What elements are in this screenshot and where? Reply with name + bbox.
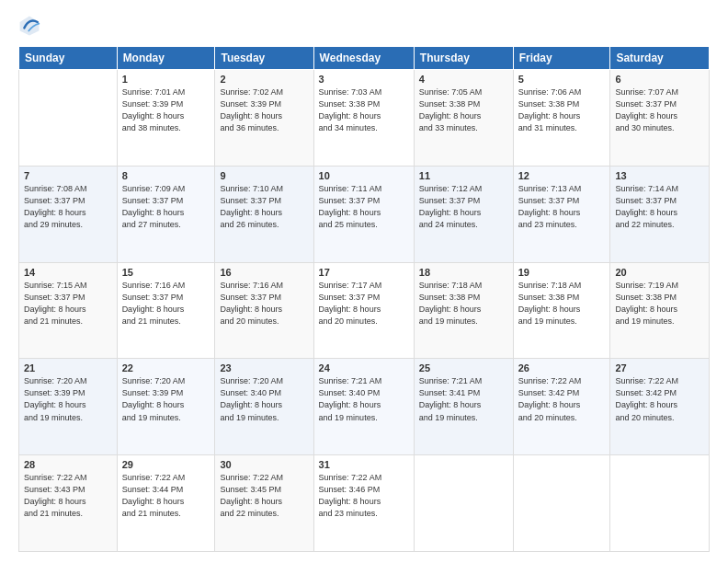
weekday-header-wednesday: Wednesday bbox=[313, 47, 414, 70]
day-number: 1 bbox=[122, 74, 210, 85]
day-number: 7 bbox=[24, 170, 112, 181]
weekday-header-thursday: Thursday bbox=[414, 47, 513, 70]
day-info: Sunrise: 7:22 AMSunset: 3:44 PMDaylight:… bbox=[122, 472, 210, 520]
day-info: Sunrise: 7:20 AMSunset: 3:40 PMDaylight:… bbox=[220, 375, 308, 423]
calendar-cell: 24Sunrise: 7:21 AMSunset: 3:40 PMDayligh… bbox=[313, 359, 414, 455]
day-number: 13 bbox=[615, 170, 704, 181]
day-number: 30 bbox=[220, 459, 308, 470]
day-info: Sunrise: 7:02 AMSunset: 3:39 PMDaylight:… bbox=[220, 86, 308, 134]
day-number: 21 bbox=[24, 362, 112, 373]
logo bbox=[18, 15, 42, 37]
day-number: 22 bbox=[122, 362, 210, 373]
day-number: 8 bbox=[122, 170, 210, 181]
calendar-cell bbox=[610, 455, 710, 552]
calendar-cell: 21Sunrise: 7:20 AMSunset: 3:39 PMDayligh… bbox=[19, 359, 118, 455]
day-info: Sunrise: 7:21 AMSunset: 3:40 PMDaylight:… bbox=[319, 375, 409, 423]
calendar-cell: 1Sunrise: 7:01 AMSunset: 3:39 PMDaylight… bbox=[117, 70, 215, 167]
day-info: Sunrise: 7:06 AMSunset: 3:38 PMDaylight:… bbox=[518, 86, 606, 134]
day-info: Sunrise: 7:10 AMSunset: 3:37 PMDaylight:… bbox=[220, 183, 308, 231]
day-number: 19 bbox=[518, 267, 606, 278]
logo-icon bbox=[18, 15, 40, 37]
calendar-cell: 8Sunrise: 7:09 AMSunset: 3:37 PMDaylight… bbox=[117, 166, 215, 262]
calendar-cell: 27Sunrise: 7:22 AMSunset: 3:42 PMDayligh… bbox=[610, 359, 710, 455]
calendar-cell: 11Sunrise: 7:12 AMSunset: 3:37 PMDayligh… bbox=[414, 166, 513, 262]
calendar-cell: 4Sunrise: 7:05 AMSunset: 3:38 PMDaylight… bbox=[414, 70, 513, 167]
calendar-week-row: 28Sunrise: 7:22 AMSunset: 3:43 PMDayligh… bbox=[19, 455, 710, 552]
day-info: Sunrise: 7:22 AMSunset: 3:42 PMDaylight:… bbox=[615, 375, 704, 423]
day-info: Sunrise: 7:11 AMSunset: 3:37 PMDaylight:… bbox=[319, 183, 409, 231]
weekday-row: SundayMondayTuesdayWednesdayThursdayFrid… bbox=[19, 47, 710, 70]
calendar-cell: 28Sunrise: 7:22 AMSunset: 3:43 PMDayligh… bbox=[19, 455, 118, 552]
calendar-cell bbox=[19, 70, 118, 167]
calendar-cell: 22Sunrise: 7:20 AMSunset: 3:39 PMDayligh… bbox=[117, 359, 215, 455]
day-info: Sunrise: 7:22 AMSunset: 3:45 PMDaylight:… bbox=[220, 472, 308, 520]
day-info: Sunrise: 7:15 AMSunset: 3:37 PMDaylight:… bbox=[24, 280, 112, 327]
weekday-header-friday: Friday bbox=[513, 47, 610, 70]
calendar-cell: 10Sunrise: 7:11 AMSunset: 3:37 PMDayligh… bbox=[313, 166, 414, 262]
day-number: 29 bbox=[122, 459, 210, 470]
day-number: 12 bbox=[518, 170, 606, 181]
calendar-cell: 15Sunrise: 7:16 AMSunset: 3:37 PMDayligh… bbox=[117, 262, 215, 359]
day-number: 24 bbox=[319, 362, 409, 373]
calendar-cell: 13Sunrise: 7:14 AMSunset: 3:37 PMDayligh… bbox=[610, 166, 710, 262]
calendar-cell: 5Sunrise: 7:06 AMSunset: 3:38 PMDaylight… bbox=[513, 70, 610, 167]
day-number: 6 bbox=[615, 74, 704, 85]
calendar-cell: 20Sunrise: 7:19 AMSunset: 3:38 PMDayligh… bbox=[610, 262, 710, 359]
calendar-body: 1Sunrise: 7:01 AMSunset: 3:39 PMDaylight… bbox=[19, 70, 710, 552]
calendar-table: SundayMondayTuesdayWednesdayThursdayFrid… bbox=[18, 46, 710, 552]
calendar-cell: 25Sunrise: 7:21 AMSunset: 3:41 PMDayligh… bbox=[414, 359, 513, 455]
day-number: 28 bbox=[24, 459, 112, 470]
day-info: Sunrise: 7:20 AMSunset: 3:39 PMDaylight:… bbox=[122, 375, 210, 423]
calendar-cell: 7Sunrise: 7:08 AMSunset: 3:37 PMDaylight… bbox=[19, 166, 118, 262]
calendar-cell bbox=[513, 455, 610, 552]
weekday-header-tuesday: Tuesday bbox=[215, 47, 313, 70]
calendar-cell: 2Sunrise: 7:02 AMSunset: 3:39 PMDaylight… bbox=[215, 70, 313, 167]
day-info: Sunrise: 7:18 AMSunset: 3:38 PMDaylight:… bbox=[518, 280, 606, 327]
day-info: Sunrise: 7:01 AMSunset: 3:39 PMDaylight:… bbox=[122, 86, 210, 134]
calendar-cell: 17Sunrise: 7:17 AMSunset: 3:37 PMDayligh… bbox=[313, 262, 414, 359]
calendar-week-row: 7Sunrise: 7:08 AMSunset: 3:37 PMDaylight… bbox=[19, 166, 710, 262]
day-number: 9 bbox=[220, 170, 308, 181]
day-info: Sunrise: 7:12 AMSunset: 3:37 PMDaylight:… bbox=[419, 183, 508, 231]
day-number: 26 bbox=[518, 362, 606, 373]
day-number: 4 bbox=[419, 74, 508, 85]
day-number: 2 bbox=[220, 74, 308, 85]
day-info: Sunrise: 7:19 AMSunset: 3:38 PMDaylight:… bbox=[615, 280, 704, 327]
day-number: 20 bbox=[615, 267, 704, 278]
header bbox=[18, 15, 710, 37]
day-number: 23 bbox=[220, 362, 308, 373]
weekday-header-monday: Monday bbox=[117, 47, 215, 70]
day-number: 25 bbox=[419, 362, 508, 373]
day-info: Sunrise: 7:16 AMSunset: 3:37 PMDaylight:… bbox=[122, 280, 210, 327]
day-number: 5 bbox=[518, 74, 606, 85]
day-info: Sunrise: 7:16 AMSunset: 3:37 PMDaylight:… bbox=[220, 280, 308, 327]
day-info: Sunrise: 7:22 AMSunset: 3:46 PMDaylight:… bbox=[319, 472, 409, 520]
day-number: 31 bbox=[319, 459, 409, 470]
calendar-cell: 26Sunrise: 7:22 AMSunset: 3:42 PMDayligh… bbox=[513, 359, 610, 455]
day-info: Sunrise: 7:05 AMSunset: 3:38 PMDaylight:… bbox=[419, 86, 508, 134]
calendar-cell: 14Sunrise: 7:15 AMSunset: 3:37 PMDayligh… bbox=[19, 262, 118, 359]
day-number: 15 bbox=[122, 267, 210, 278]
day-info: Sunrise: 7:09 AMSunset: 3:37 PMDaylight:… bbox=[122, 183, 210, 231]
day-number: 16 bbox=[220, 267, 308, 278]
weekday-header-saturday: Saturday bbox=[610, 47, 710, 70]
calendar-cell: 23Sunrise: 7:20 AMSunset: 3:40 PMDayligh… bbox=[215, 359, 313, 455]
calendar-cell: 30Sunrise: 7:22 AMSunset: 3:45 PMDayligh… bbox=[215, 455, 313, 552]
calendar-cell: 18Sunrise: 7:18 AMSunset: 3:38 PMDayligh… bbox=[414, 262, 513, 359]
calendar-cell: 16Sunrise: 7:16 AMSunset: 3:37 PMDayligh… bbox=[215, 262, 313, 359]
calendar-header: SundayMondayTuesdayWednesdayThursdayFrid… bbox=[19, 47, 710, 70]
day-info: Sunrise: 7:13 AMSunset: 3:37 PMDaylight:… bbox=[518, 183, 606, 231]
day-info: Sunrise: 7:03 AMSunset: 3:38 PMDaylight:… bbox=[319, 86, 409, 134]
day-info: Sunrise: 7:08 AMSunset: 3:37 PMDaylight:… bbox=[24, 183, 112, 231]
calendar-week-row: 14Sunrise: 7:15 AMSunset: 3:37 PMDayligh… bbox=[19, 262, 710, 359]
calendar-cell: 9Sunrise: 7:10 AMSunset: 3:37 PMDaylight… bbox=[215, 166, 313, 262]
day-info: Sunrise: 7:14 AMSunset: 3:37 PMDaylight:… bbox=[615, 183, 704, 231]
page: SundayMondayTuesdayWednesdayThursdayFrid… bbox=[0, 0, 728, 563]
calendar-week-row: 21Sunrise: 7:20 AMSunset: 3:39 PMDayligh… bbox=[19, 359, 710, 455]
day-number: 27 bbox=[615, 362, 704, 373]
weekday-header-sunday: Sunday bbox=[19, 47, 118, 70]
day-info: Sunrise: 7:21 AMSunset: 3:41 PMDaylight:… bbox=[419, 375, 508, 423]
calendar-cell: 3Sunrise: 7:03 AMSunset: 3:38 PMDaylight… bbox=[313, 70, 414, 167]
day-info: Sunrise: 7:07 AMSunset: 3:37 PMDaylight:… bbox=[615, 86, 704, 134]
day-number: 10 bbox=[319, 170, 409, 181]
